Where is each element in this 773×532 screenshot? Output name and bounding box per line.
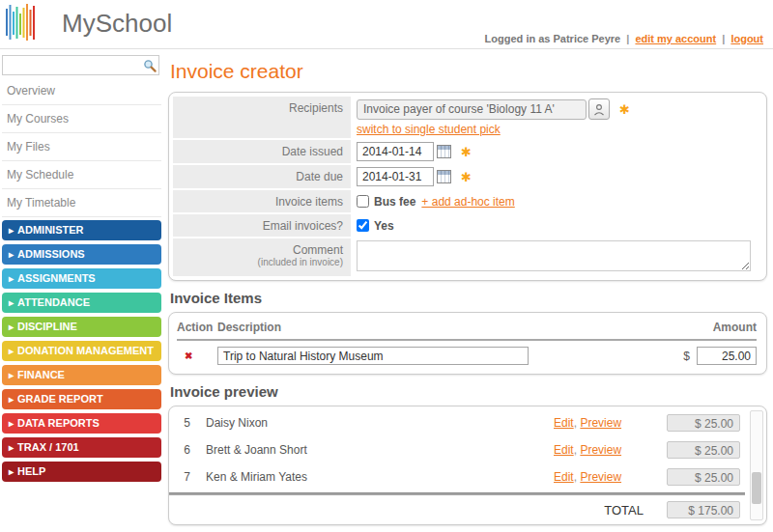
delete-item-icon[interactable]: ✖ — [177, 350, 217, 361]
recipients-label: Recipients — [173, 97, 351, 138]
required-icon: ✱ — [619, 102, 630, 117]
edit-link[interactable]: Edit — [554, 470, 574, 484]
items-table-header: Action Description Amount — [177, 315, 757, 341]
edit-link[interactable]: Edit — [554, 443, 574, 457]
recipients-input[interactable] — [357, 99, 587, 120]
sidebar-section-attendance[interactable]: ▸ATTENDANCE — [2, 293, 161, 313]
item-amount-input[interactable] — [697, 347, 757, 365]
invoice-number: 5 — [169, 416, 206, 430]
email-invoices-label: Email invoices? — [173, 214, 351, 237]
preview-link[interactable]: Preview — [580, 470, 621, 484]
date-issued-input[interactable] — [357, 142, 434, 161]
person-icon — [593, 103, 605, 116]
sidebar-section-donation-management[interactable]: ▸DONATION MANAGEMENT — [2, 341, 161, 361]
invoice-items-heading: Invoice Items — [170, 290, 767, 306]
search-input[interactable] — [2, 55, 159, 75]
edit-link[interactable]: Edit — [554, 416, 574, 430]
section-label: ATTENDANCE — [17, 296, 90, 308]
invoice-form: Recipients ✱ switch to single student pi… — [168, 92, 767, 281]
separator: , — [574, 443, 577, 457]
amount-group: $ — [683, 347, 757, 365]
search-icon[interactable] — [143, 59, 157, 72]
row-amount: $ 25.00 — [667, 441, 740, 459]
table-row: ✖ $ — [177, 341, 757, 365]
invoice-preview-list: 5 Daisy Nixon Edit, Preview $ 25.00 6 Br… — [168, 406, 767, 525]
chevron-right-icon: ▸ — [9, 225, 14, 236]
separator: , — [574, 470, 577, 484]
date-due-row: Date due ✱ — [173, 165, 762, 188]
chevron-right-icon: ▸ — [9, 394, 14, 405]
section-label: ADMINISTER — [17, 224, 83, 236]
recipient-name: Ken & Miriam Yates — [206, 470, 554, 484]
comment-textarea[interactable] — [357, 240, 751, 271]
invoice-preview-heading: Invoice preview — [170, 383, 767, 400]
calendar-icon[interactable] — [437, 145, 451, 158]
date-due-label: Date due — [173, 165, 351, 188]
preview-link[interactable]: Preview — [580, 416, 621, 430]
date-issued-row: Date issued ✱ — [173, 140, 762, 163]
total-row: TOTAL $ 175.00 — [169, 495, 766, 520]
row-links: Edit, Preview — [554, 443, 621, 457]
bus-fee-checkbox[interactable] — [357, 195, 369, 208]
sidebar-item-overview[interactable]: Overview — [2, 77, 161, 105]
invoice-items-table: Action Description Amount ✖ $ — [168, 312, 767, 375]
list-item: 5 Daisy Nixon Edit, Preview $ 25.00 — [169, 409, 766, 436]
sidebar-section-grade-report[interactable]: ▸GRADE REPORT — [2, 389, 161, 409]
total-label: TOTAL — [604, 503, 667, 518]
invoice-items-label: Invoice items — [173, 190, 351, 212]
preview-link[interactable]: Preview — [580, 443, 621, 457]
logo-bars-icon — [6, 3, 35, 43]
sidebar-section-assignments[interactable]: ▸ASSIGNMENTS — [2, 268, 161, 289]
email-invoices-field: Yes — [351, 214, 762, 237]
sidebar-section-discipline[interactable]: ▸DISCIPLINE — [2, 317, 161, 337]
comment-sublabel: (included in invoice) — [173, 257, 343, 267]
logout-link[interactable]: logout — [730, 33, 763, 44]
sidebar-section-trax-1701[interactable]: ▸TRAX / 1701 — [2, 437, 161, 458]
calendar-icon[interactable] — [437, 170, 451, 183]
sidebar-item-my-timetable[interactable]: My Timetable — [2, 189, 161, 217]
sidebar-item-my-courses[interactable]: My Courses — [2, 105, 161, 133]
section-label: GRADE REPORT — [17, 393, 103, 405]
separator: | — [623, 33, 632, 44]
recipient-name: Daisy Nixon — [206, 416, 554, 430]
chevron-right-icon: ▸ — [9, 322, 14, 332]
email-invoices-checkbox[interactable] — [357, 219, 369, 232]
comment-row: Comment (included in invoice) — [173, 238, 762, 276]
sidebar-section-data-reports[interactable]: ▸DATA REPORTS — [2, 413, 161, 434]
section-label: HELP — [17, 465, 45, 477]
recipients-row: Recipients ✱ switch to single student pi… — [173, 97, 762, 138]
recipients-field: ✱ switch to single student pick — [351, 97, 762, 138]
chevron-right-icon: ▸ — [9, 418, 14, 429]
sidebar-section-administer[interactable]: ▸ADMINISTER — [2, 220, 161, 240]
sidebar-section-help[interactable]: ▸HELP — [2, 462, 161, 482]
main-content: Invoice creator Recipients ✱ — [163, 49, 773, 532]
required-icon: ✱ — [461, 145, 472, 159]
preview-scrollbar[interactable] — [750, 410, 763, 520]
sidebar-item-my-schedule[interactable]: My Schedule — [2, 161, 161, 189]
currency-symbol: $ — [683, 350, 690, 363]
edit-account-link[interactable]: edit my account — [635, 33, 716, 44]
bus-fee-label: Bus fee — [374, 195, 415, 209]
item-description-input[interactable] — [217, 347, 529, 365]
switch-single-student-link[interactable]: switch to single student pick — [357, 123, 501, 136]
email-invoices-row: Email invoices? Yes — [173, 214, 762, 237]
pick-recipient-button[interactable] — [588, 98, 610, 120]
sidebar-sections: ▸ADMINISTER ▸ADMISSIONS ▸ASSIGNMENTS ▸AT… — [2, 220, 161, 482]
date-due-input[interactable] — [357, 167, 434, 186]
section-label: ASSIGNMENTS — [17, 272, 96, 284]
amount-column-header: Amount — [713, 321, 757, 334]
separator: , — [574, 416, 577, 430]
row-amount: $ 25.00 — [667, 468, 740, 486]
list-item: 7 Ken & Miriam Yates Edit, Preview $ 25.… — [169, 463, 766, 490]
scrollbar-thumb[interactable] — [752, 472, 761, 504]
invoice-number: 6 — [169, 443, 206, 457]
row-links: Edit, Preview — [554, 416, 621, 430]
sidebar-item-my-files[interactable]: My Files — [2, 133, 161, 161]
add-adhoc-item-link[interactable]: + add ad-hoc item — [421, 195, 514, 209]
invoice-items-row: Invoice items Bus fee + add ad-hoc item — [173, 190, 762, 212]
app-logo[interactable]: MySchool — [6, 3, 172, 43]
sidebar-section-finance[interactable]: ▸FINANCE — [2, 365, 161, 385]
list-item: 6 Brett & Joann Short Edit, Preview $ 25… — [169, 436, 766, 463]
app-title: MySchool — [62, 9, 172, 39]
sidebar-section-admissions[interactable]: ▸ADMISSIONS — [2, 244, 161, 265]
